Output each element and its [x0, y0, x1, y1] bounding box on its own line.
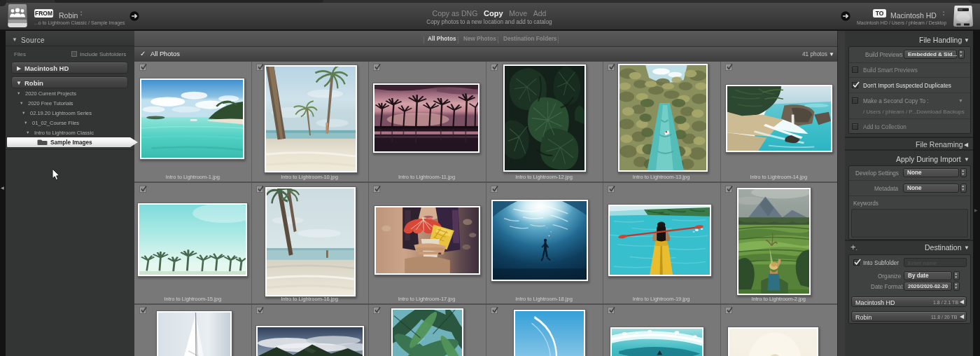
svg-text:Sample Images: Sample Images	[50, 139, 92, 146]
